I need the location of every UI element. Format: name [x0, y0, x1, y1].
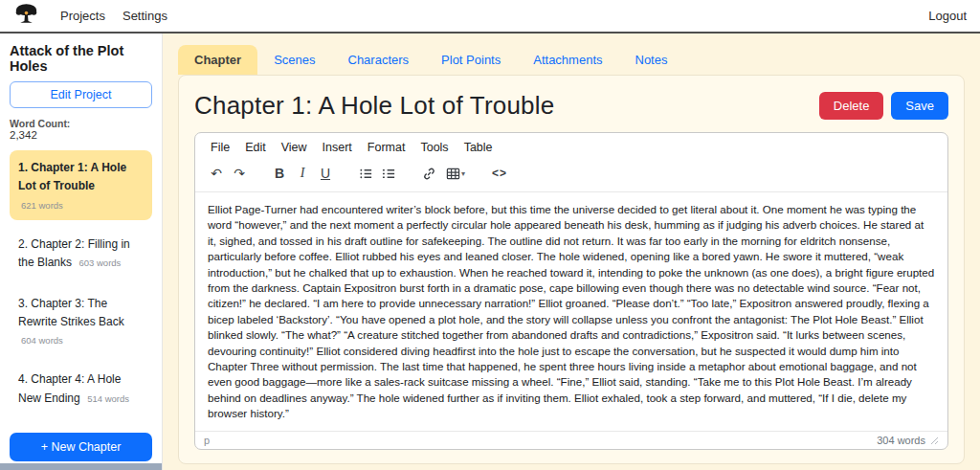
tab-characters[interactable]: Characters	[332, 45, 426, 75]
format-group: B I U	[268, 162, 337, 185]
new-chapter-button[interactable]: + New Chapter	[10, 433, 152, 461]
word-count-value: 2,342	[10, 129, 152, 141]
element-path: p	[204, 435, 210, 446]
numbered-list-icon[interactable]	[377, 162, 400, 185]
chapter-word-count: 604 words	[21, 335, 63, 346]
menu-format[interactable]: Format	[360, 138, 413, 157]
chapter-actions: Delete Save	[819, 92, 948, 120]
italic-button[interactable]: I	[291, 162, 314, 185]
delete-chapter-button[interactable]: Delete	[819, 92, 884, 120]
edit-project-button[interactable]: Edit Project	[10, 81, 152, 108]
project-sidebar: Attack of the Plot Holes Edit Project Wo…	[0, 34, 163, 470]
menu-file[interactable]: File	[203, 138, 237, 157]
save-chapter-button[interactable]: Save	[891, 92, 948, 120]
chapter-title: 3. Chapter 3: The Rewrite Strikes Back	[18, 297, 124, 328]
tab-notes[interactable]: Notes	[619, 45, 684, 75]
menu-view[interactable]: View	[274, 138, 315, 157]
link-icon[interactable]	[417, 162, 440, 185]
history-group: ↶ ↷	[205, 162, 251, 185]
undo-icon[interactable]: ↶	[205, 162, 228, 185]
list-group	[354, 162, 400, 185]
top-navbar: Projects Settings Logout	[0, 0, 980, 34]
resize-handle-icon[interactable]	[930, 436, 939, 445]
chapter-title: 1. Chapter 1: A Hole Lot of Trouble	[18, 161, 126, 192]
menu-table[interactable]: Table	[457, 138, 501, 157]
code-group: <>	[488, 162, 511, 185]
table-icon[interactable]: ▾	[440, 162, 471, 185]
menu-insert[interactable]: Insert	[315, 138, 360, 157]
nav-link-settings[interactable]: Settings	[122, 9, 167, 23]
menu-edit[interactable]: Edit	[237, 138, 274, 157]
tab-scenes[interactable]: Scenes	[257, 45, 331, 75]
scrollbar-thumb[interactable]	[0, 463, 162, 470]
body-row: Attack of the Plot Holes Edit Project Wo…	[0, 34, 980, 470]
chapter-word-count: 621 words	[21, 200, 63, 211]
editor-toolbar: ↶ ↷ B I U	[195, 157, 947, 192]
redo-icon[interactable]: ↷	[228, 162, 251, 185]
chapter-list-item-4[interactable]: 4. Chapter 4: A Hole New Ending 514 word…	[10, 362, 152, 414]
section-tabs: Chapter Scenes Characters Plot Points At…	[178, 45, 965, 75]
logout-link[interactable]: Logout	[928, 9, 967, 23]
tab-attachments[interactable]: Attachments	[517, 45, 618, 75]
chapter-list-item-2[interactable]: 2. Chapter 2: Filling in the Blanks 603 …	[10, 227, 152, 280]
tab-chapter[interactable]: Chapter	[178, 45, 257, 75]
chapter-list-item-3[interactable]: 3. Chapter 3: The Rewrite Strikes Back 6…	[10, 286, 152, 356]
rich-text-editor: File Edit View Insert Format Tools Table…	[194, 132, 948, 450]
app-logo[interactable]	[13, 1, 39, 31]
editor-menubar: File Edit View Insert Format Tools Table	[195, 133, 947, 157]
chevron-down-icon: ▾	[461, 169, 465, 178]
bullet-list-icon[interactable]	[354, 162, 377, 185]
chapter-body-text: Elliot Page-Turner had encountered write…	[208, 202, 935, 422]
source-code-icon[interactable]: <>	[488, 162, 511, 185]
underline-button[interactable]: U	[314, 162, 337, 185]
chapter-word-count: 603 words	[79, 257, 122, 268]
chapter-card: Chapter 1: A Hole Lot of Trouble Delete …	[178, 75, 965, 464]
chapter-list-item-1[interactable]: 1. Chapter 1: A Hole Lot of Trouble 621 …	[10, 150, 152, 220]
app-window: Projects Settings Logout Attack of the P…	[0, 0, 980, 470]
chapter-word-count: 514 words	[87, 393, 129, 404]
editor-statusbar: p 304 words	[195, 431, 947, 449]
nav-link-projects[interactable]: Projects	[60, 9, 105, 23]
tree-logo-icon	[13, 1, 39, 31]
project-title: Attack of the Plot Holes	[10, 43, 152, 74]
chapter-heading: Chapter 1: A Hole Lot of Trouble	[194, 91, 554, 121]
main-content: Chapter Scenes Characters Plot Points At…	[163, 34, 980, 470]
bold-button[interactable]: B	[268, 162, 291, 185]
word-count-label: Word Count:	[10, 118, 152, 129]
editor-content-area[interactable]: Elliot Page-Turner had encountered write…	[195, 192, 947, 431]
statusbar-right: 304 words	[877, 435, 939, 446]
menu-tools[interactable]: Tools	[412, 138, 456, 157]
chapter-header-row: Chapter 1: A Hole Lot of Trouble Delete …	[194, 91, 948, 121]
editor-word-count[interactable]: 304 words	[877, 435, 925, 446]
tab-plot-points[interactable]: Plot Points	[425, 45, 517, 75]
sidebar-horizontal-scrollbar	[0, 463, 162, 470]
insert-group: ▾	[417, 162, 471, 185]
